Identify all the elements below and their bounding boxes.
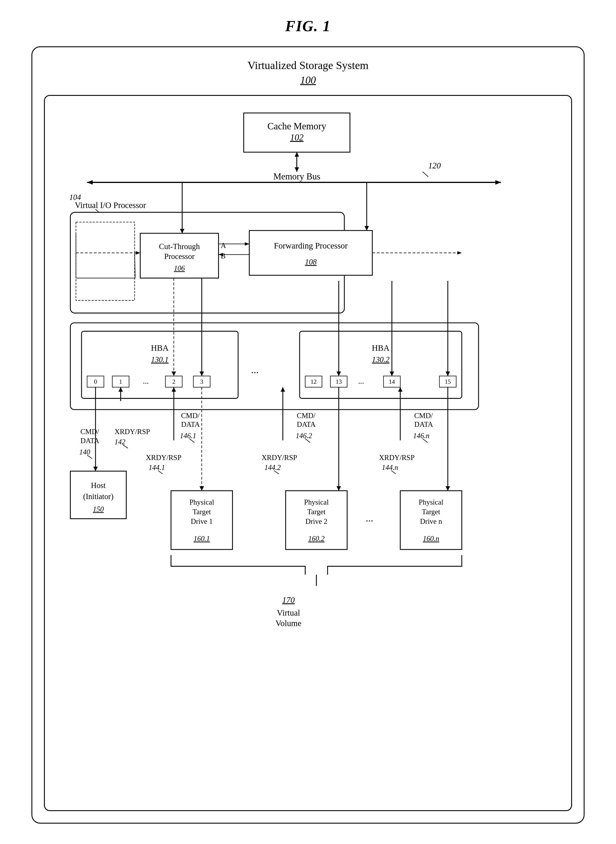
svg-text:144.2: 144.2 (264, 463, 281, 471)
svg-text:144.1: 144.1 (149, 463, 165, 471)
vio-label: Virtual I/O Processor (75, 200, 146, 210)
svg-marker-61 (458, 251, 462, 254)
svg-text:Physical: Physical (189, 498, 214, 506)
svg-text:170: 170 (282, 595, 295, 604)
svg-text:130.2: 130.2 (372, 355, 389, 364)
svg-text:CMD/: CMD/ (414, 412, 433, 419)
vio-number: 104 (69, 193, 81, 201)
svg-text:Physical: Physical (419, 498, 443, 506)
svg-text:...: ... (358, 377, 364, 386)
svg-text:12: 12 (311, 378, 317, 385)
svg-text:160.1: 160.1 (194, 535, 210, 543)
svg-text:DATA: DATA (80, 437, 99, 445)
svg-text:...: ... (366, 512, 373, 523)
svg-text:CMD/: CMD/ (297, 412, 315, 419)
svg-text:A: A (221, 241, 226, 249)
svg-text:Processor: Processor (164, 252, 195, 261)
inner-system-box: Cache Memory 102 120 Memory Bus Virtual … (44, 95, 572, 811)
svg-text:146.1: 146.1 (180, 432, 196, 440)
outer-system-number: 100 (44, 74, 572, 86)
memory-bus-number: 120 (428, 161, 441, 170)
svg-text:142: 142 (114, 438, 125, 446)
svg-marker-95 (199, 486, 204, 491)
svg-text:Volume: Volume (276, 619, 301, 628)
svg-text:Target: Target (307, 508, 326, 516)
cache-memory-label: Cache Memory (267, 121, 327, 131)
svg-text:1: 1 (119, 378, 122, 385)
outer-system-box: Virtualized Storage System 100 Cache Mem… (31, 46, 585, 823)
svg-marker-8 (495, 180, 501, 184)
svg-text:CMD/: CMD/ (80, 428, 99, 435)
svg-text:B: B (221, 252, 226, 260)
svg-text:108: 108 (305, 257, 317, 266)
svg-text:Host: Host (91, 481, 106, 490)
svg-text:XRDY/RSP: XRDY/RSP (146, 454, 181, 462)
svg-text:DATA: DATA (414, 421, 433, 428)
svg-text:Physical: Physical (304, 498, 329, 506)
svg-text:Drive 1: Drive 1 (191, 518, 213, 525)
svg-marker-7 (87, 180, 92, 184)
svg-text:HBA: HBA (372, 343, 390, 353)
svg-text:Drive n: Drive n (420, 518, 442, 525)
svg-rect-35 (82, 331, 238, 398)
svg-text:Drive 2: Drive 2 (305, 518, 327, 525)
svg-text:14: 14 (389, 378, 395, 385)
svg-rect-19 (249, 231, 373, 275)
page-title: FIG. 1 (285, 18, 331, 35)
diagram-svg: Cache Memory 102 120 Memory Bus Virtual … (54, 104, 562, 798)
svg-marker-4 (295, 152, 299, 156)
svg-text:XRDY/RSP: XRDY/RSP (379, 454, 415, 462)
svg-text:XRDY/RSP: XRDY/RSP (114, 428, 150, 435)
svg-line-5 (423, 172, 428, 177)
svg-text:Cut-Through: Cut-Through (159, 242, 200, 251)
svg-text:(Initiator): (Initiator) (83, 492, 113, 501)
svg-line-78 (123, 445, 128, 448)
svg-marker-111 (337, 486, 341, 491)
svg-text:DATA: DATA (297, 421, 316, 428)
svg-text:CMD/: CMD/ (181, 412, 200, 419)
svg-text:144.n: 144.n (382, 463, 398, 471)
svg-text:146.2: 146.2 (296, 432, 312, 440)
svg-text:146.n: 146.n (413, 432, 430, 440)
svg-text:106: 106 (174, 264, 185, 272)
svg-text:15: 15 (445, 378, 451, 385)
svg-marker-80 (93, 467, 98, 471)
svg-text:...: ... (143, 377, 149, 386)
cache-memory-number: 102 (290, 132, 304, 143)
svg-rect-47 (299, 331, 462, 398)
svg-text:130.1: 130.1 (151, 355, 169, 364)
svg-text:160.n: 160.n (423, 535, 439, 543)
svg-text:150: 150 (93, 505, 104, 513)
svg-text:2: 2 (172, 378, 176, 385)
svg-marker-14 (364, 226, 369, 231)
svg-text:Target: Target (422, 508, 440, 516)
memory-bus-label: Memory Bus (273, 172, 320, 181)
svg-text:13: 13 (336, 378, 342, 385)
svg-text:3: 3 (200, 378, 204, 385)
svg-text:140: 140 (79, 448, 90, 456)
svg-text:Forwarding Processor: Forwarding Processor (274, 241, 348, 250)
svg-text:HBA: HBA (151, 343, 169, 353)
svg-text:DATA: DATA (181, 421, 200, 428)
outer-system-label: Virtualized Storage System (44, 59, 572, 72)
svg-marker-128 (446, 486, 450, 491)
svg-text:Virtual: Virtual (277, 608, 300, 618)
svg-text:Target: Target (193, 508, 211, 516)
svg-text:XRDY/RSP: XRDY/RSP (262, 454, 297, 462)
svg-text:0: 0 (94, 378, 97, 385)
svg-text:160.2: 160.2 (308, 535, 325, 543)
svg-text:...: ... (251, 364, 259, 375)
